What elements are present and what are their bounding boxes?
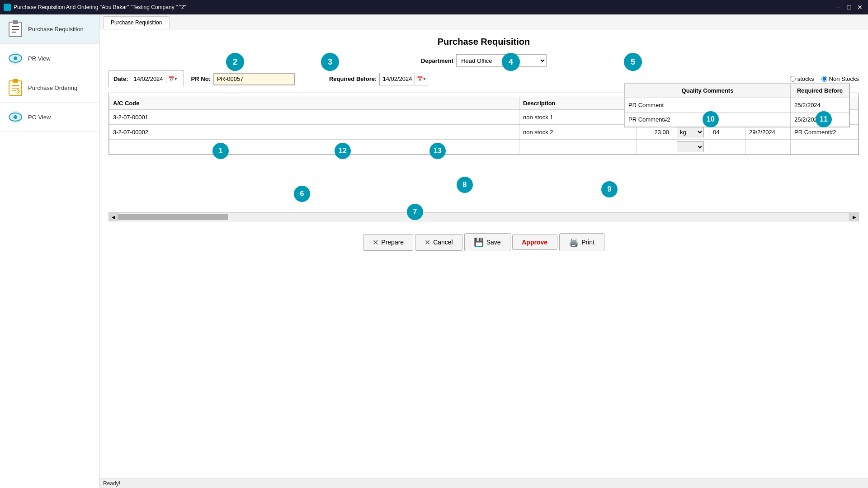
buttons-row: ✕ Prepare ✕ Cancel 💾 Save Approve — [108, 229, 859, 254]
radio-stocks[interactable]: stocks — [790, 75, 814, 82]
badge-3: 3 — [321, 53, 339, 71]
horizontal-scrollbar: ◀ ▶ — [108, 212, 859, 221]
badge-12: 12 — [335, 143, 351, 159]
prepare-label: Prepare — [381, 239, 404, 246]
tab-purchase-requisition[interactable]: Purchase Requisition — [103, 16, 170, 29]
units-select-2[interactable]: kg — [677, 127, 704, 137]
date-wrapper: 14/02/2024 📅▾ — [131, 74, 179, 84]
cell-ac-code-1: 3-2-07-00001 — [109, 110, 519, 125]
approve-label: Approve — [522, 239, 547, 246]
svg-rect-1 — [13, 20, 18, 24]
col-ac-code: A/C Code — [109, 97, 519, 110]
badge-10: 10 — [703, 111, 719, 127]
sidebar-label-po: Purchase Ordering — [28, 84, 77, 91]
sidebar-label-poview: PO View — [28, 114, 51, 121]
units-select-3[interactable] — [677, 141, 704, 152]
badge-5: 5 — [624, 53, 642, 71]
eye-icon — [7, 50, 24, 66]
quality-row: PR Comment 25/2/2024 — [625, 98, 849, 113]
cell-desc-2: non stock 2 — [519, 125, 637, 140]
required-before-label: Required Before: — [329, 75, 377, 82]
badge-8: 8 — [457, 177, 473, 193]
close-button[interactable]: ✕ — [855, 3, 864, 12]
scrollbar-thumb[interactable] — [118, 214, 228, 220]
status-bar: Ready! — [99, 479, 868, 488]
save-icon: 💾 — [474, 237, 484, 247]
required-before-value: 14/02/2024 — [380, 74, 415, 84]
print-button[interactable]: 🖨️ Print — [559, 233, 604, 251]
calendar2-icon[interactable]: 📅▾ — [415, 73, 428, 85]
print-icon: 🖨️ — [569, 237, 579, 247]
sidebar-label-pr: Purchase Requisition — [28, 26, 84, 33]
badge-4: 4 — [502, 53, 520, 71]
cell-desc-1: non stock 1 — [519, 110, 637, 125]
quality-required-1: 25/2/2024 — [791, 98, 849, 113]
sidebar-label-prview: PR View — [28, 55, 51, 62]
approve-button[interactable]: Approve — [512, 235, 557, 250]
badge-9: 9 — [601, 181, 618, 197]
radio-nonstocks[interactable]: Non Stocks — [821, 75, 859, 82]
badge-7: 7 — [407, 204, 423, 220]
cell-ac-code-2: 3-2-07-00002 — [109, 125, 519, 140]
col-description: Description — [519, 97, 637, 110]
save-button[interactable]: 💾 Save — [464, 233, 510, 251]
window-controls: ‒ □ ✕ — [834, 3, 864, 12]
sidebar-item-purchase-requisition[interactable]: Purchase Requisition — [0, 14, 99, 44]
badge-11: 11 — [816, 111, 832, 127]
sidebar-item-purchase-ordering[interactable]: Purchase Ordering — [0, 73, 99, 103]
pr-no-label: PR No: — [191, 75, 211, 82]
title-bar: Purchase Requisition And Ordering "Abu B… — [0, 0, 868, 14]
status-text: Ready! — [103, 480, 120, 487]
svg-rect-9 — [13, 79, 18, 83]
sidebar: Purchase Requisition PR View — [0, 14, 99, 488]
cancel-button[interactable]: ✕ Cancel — [415, 234, 462, 251]
date-group: Date: 14/02/2024 📅▾ — [108, 70, 184, 87]
prepare-button[interactable]: ✕ Prepare — [363, 234, 413, 251]
radio-nonstocks-input[interactable] — [821, 76, 827, 82]
quality-col2: Required Before — [791, 84, 849, 98]
radio-group: stocks Non Stocks — [790, 75, 859, 82]
date-value: 14/02/2024 — [131, 74, 166, 84]
form-title: Purchase Requisition — [108, 37, 859, 47]
department-row: Department Head Office — [108, 54, 859, 67]
maximize-button[interactable]: □ — [844, 3, 854, 12]
scroll-right-button[interactable]: ▶ — [849, 213, 859, 221]
date-label: Date: — [113, 75, 128, 82]
eye2-icon — [7, 109, 24, 125]
department-group: Department Head Office — [421, 54, 547, 67]
window-title: Purchase Requisition And Ordering "Abu B… — [14, 4, 186, 10]
calendar-icon[interactable]: 📅▾ — [166, 75, 179, 83]
ordering-icon — [7, 80, 24, 96]
pr-no-input[interactable] — [213, 73, 295, 85]
quality-comment-1: PR Comment — [625, 98, 791, 113]
scroll-left-button[interactable]: ◀ — [109, 213, 118, 221]
radio-stocks-input[interactable] — [790, 76, 796, 82]
sidebar-item-po-view[interactable]: PO View — [0, 103, 99, 132]
app-icon — [4, 4, 11, 11]
badge-2: 2 — [226, 53, 244, 71]
print-label: Print — [581, 239, 594, 246]
save-label: Save — [486, 239, 501, 246]
cancel-label: Cancel — [433, 239, 453, 246]
form-content: Purchase Requisition 2 3 4 5 Department … — [108, 37, 859, 254]
radio-nonstocks-label: Non Stocks — [829, 75, 859, 82]
tab-bar: Purchase Requisition — [99, 14, 868, 29]
form-area: Purchase Requisition 2 3 4 5 Department … — [99, 29, 868, 479]
svg-point-15 — [14, 115, 17, 119]
radio-stocks-label: stocks — [797, 75, 814, 82]
quality-col1: Quality Comments — [625, 84, 791, 98]
badge-1: 1 — [212, 143, 229, 159]
cancel-icon: ✕ — [425, 238, 430, 247]
svg-point-7 — [14, 56, 17, 60]
department-label: Department — [421, 57, 453, 64]
required-before-group: Required Before: 14/02/2024 📅▾ — [329, 73, 429, 85]
clipboard-icon — [7, 21, 24, 37]
pr-no-group: PR No: — [191, 73, 295, 85]
sidebar-item-pr-view[interactable]: PR View — [0, 44, 99, 73]
required-before-wrapper: 14/02/2024 📅▾ — [379, 73, 428, 85]
content-area: Purchase Requisition Purchase Requisitio… — [99, 14, 868, 488]
badge-6: 6 — [294, 186, 310, 202]
badge-13: 13 — [429, 143, 446, 159]
minimize-button[interactable]: ‒ — [834, 3, 843, 12]
prepare-icon: ✕ — [373, 238, 378, 247]
